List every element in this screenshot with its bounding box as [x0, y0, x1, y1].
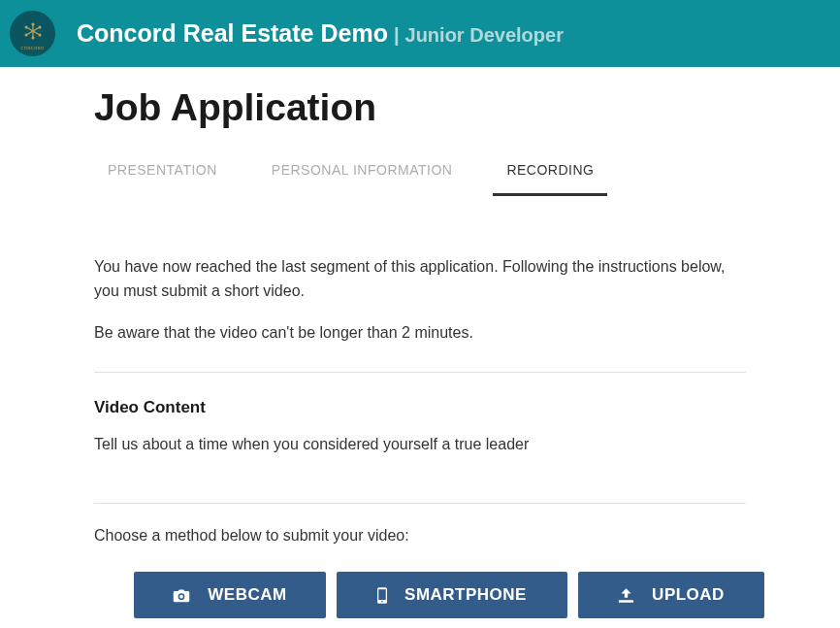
title-separator: | [394, 24, 400, 47]
svg-rect-10 [378, 589, 386, 600]
smartphone-button-label: SMARTPHONE [404, 585, 527, 605]
smartphone-button[interactable]: SMARTPHONE [337, 572, 567, 618]
svg-point-7 [38, 33, 41, 36]
svg-point-5 [38, 25, 41, 28]
webcam-button[interactable]: WEBCAM [134, 572, 326, 618]
intro-paragraph-2: Be aware that the video can't be longer … [94, 321, 746, 346]
webcam-button-label: WEBCAM [208, 585, 286, 605]
upload-button-label: UPLOAD [652, 585, 725, 605]
tab-recording[interactable]: RECORDING [493, 154, 607, 196]
section-divider-2 [94, 503, 746, 504]
video-content-heading: Video Content [94, 398, 746, 417]
company-logo: CONCORD [10, 11, 55, 56]
svg-point-11 [381, 601, 383, 603]
camera-icon [173, 588, 190, 603]
svg-point-3 [31, 22, 34, 25]
tab-presentation[interactable]: PRESENTATION [94, 154, 231, 196]
svg-point-6 [24, 33, 27, 36]
app-header: CONCORD Concord Real Estate Demo | Junio… [0, 0, 840, 67]
header-title-group: Concord Real Estate Demo | Junior Develo… [77, 19, 564, 48]
tabs-nav: PRESENTATION PERSONAL INFORMATION RECORD… [94, 154, 746, 195]
upload-button[interactable]: UPLOAD [578, 572, 764, 618]
tab-personal-information[interactable]: PERSONAL INFORMATION [258, 154, 467, 196]
intro-paragraph-1: You have now reached the last segment of… [94, 255, 746, 304]
job-title: Junior Developer [405, 24, 564, 47]
upload-icon [618, 588, 634, 603]
section-divider-1 [94, 372, 746, 373]
page-title: Job Application [94, 86, 746, 129]
choose-method-text: Choose a method below to submit your vid… [94, 527, 746, 545]
svg-rect-12 [619, 600, 633, 603]
main-container: Job Application PRESENTATION PERSONAL IN… [0, 67, 840, 628]
submit-method-buttons: WEBCAM SMARTPHONE UPLOAD [94, 572, 746, 618]
svg-point-8 [31, 36, 34, 39]
company-name: Concord Real Estate Demo [77, 19, 388, 48]
svg-point-4 [24, 25, 27, 28]
video-content-prompt: Tell us about a time when you considered… [94, 433, 746, 456]
smartphone-icon [377, 587, 387, 604]
